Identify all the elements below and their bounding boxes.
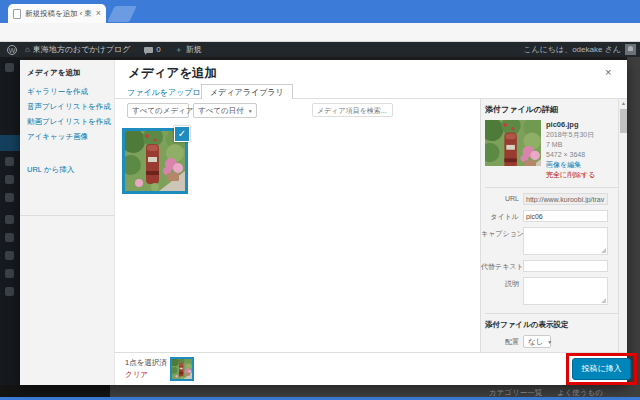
alt-text-field-label: 代替テキスト	[481, 260, 523, 272]
divider	[485, 187, 618, 188]
admin-bar-account[interactable]: こんにちは、odekake さん	[523, 44, 640, 55]
page-favicon-icon	[13, 9, 21, 19]
browser-tab[interactable]: 新規投稿を追加 ‹ 東海地方 ×	[8, 4, 106, 23]
browser-toolbar: ← → ↻ ⓘ www.kuroobi.jp/travel/wp-admin/p…	[0, 23, 640, 42]
modal-overlay	[0, 385, 110, 397]
delete-permanently-link[interactable]: 完全に削除する	[546, 170, 624, 180]
site-name: 東海地方のおでかけブログ	[33, 44, 131, 55]
chevron-down-icon: ▼	[547, 339, 552, 345]
dimmed-page-content: カテゴリー一覧 よく使うもの	[110, 385, 640, 397]
add-media-modal: メディアを追加 ギャラリーを作成 音声プレイリストを作成 動画プレイリストを作成…	[20, 60, 627, 385]
new-tab-button[interactable]	[107, 6, 136, 22]
divider	[485, 313, 618, 314]
alt-text-field[interactable]	[523, 260, 608, 272]
media-type-filter[interactable]: すべてのメディア ▼	[127, 103, 189, 118]
title-field-label: タイトル	[481, 210, 523, 222]
menu-item-insert-from-url[interactable]: URL から挿入	[27, 165, 74, 175]
align-select[interactable]: なし ▼	[523, 335, 551, 348]
date-filter[interactable]: すべての日付 ▼	[193, 103, 257, 118]
avatar	[625, 44, 636, 55]
wp-admin-bar: W ⌂ 東海地方のおでかけブログ 0 ＋ 新規 こんにちは、odekake さん	[0, 42, 640, 57]
scrollbar-thumb[interactable]	[620, 109, 627, 133]
annotation-highlight-box	[566, 353, 637, 385]
details-filesize: 7 MB	[546, 140, 624, 150]
browser-tab-strip: 新規投稿を追加 ‹ 東海地方 ×	[0, 0, 640, 23]
caption-field-label: キャプション	[481, 227, 523, 255]
modal-close-icon[interactable]: ×	[605, 66, 611, 78]
scroll-up-icon[interactable]: ▲	[620, 100, 627, 106]
home-icon: ⌂	[25, 45, 30, 54]
display-settings-heading: 添付ファイルの表示設定	[485, 320, 568, 330]
tab-close-icon[interactable]: ×	[96, 9, 101, 18]
description-field[interactable]	[523, 277, 608, 305]
details-heading: 添付ファイルの詳細	[485, 104, 558, 115]
media-router: ファイルをアップロード メディアライブラリ	[115, 84, 627, 99]
wordpress-logo-icon[interactable]: W	[7, 45, 17, 55]
description-field-label: 説明	[481, 277, 523, 305]
comments-icon	[144, 47, 153, 53]
align-label: 配置	[481, 335, 523, 348]
greeting-text: こんにちは、odekake さん	[523, 44, 621, 55]
selected-preview-thumbnail[interactable]	[170, 357, 194, 381]
details-date: 2018年5月30日	[546, 130, 624, 140]
clear-selection-link[interactable]: クリア	[125, 370, 148, 380]
menu-item-featured-image[interactable]: アイキャッチ画像	[27, 132, 88, 142]
plus-icon: ＋	[175, 44, 183, 55]
tab-media-library[interactable]: メディアライブラリ	[201, 84, 293, 99]
modal-title: メディアを追加	[128, 65, 217, 82]
title-field[interactable]	[523, 210, 608, 222]
admin-bar-comments[interactable]: 0	[144, 45, 160, 54]
attachment-tile-selected[interactable]: ✓	[122, 128, 188, 194]
modal-overlay	[627, 57, 640, 397]
dimmed-active-menu-item	[0, 135, 20, 151]
attachment-details-sidebar: 添付ファイルの詳細 pic06.jpg 2018年5月30日 7 MB 5472…	[480, 99, 627, 385]
tab-title: 新規投稿を追加 ‹ 東海地方	[25, 9, 92, 19]
menu-item-add-media[interactable]: メディアを追加	[27, 68, 80, 78]
menu-item-create-gallery[interactable]: ギャラリーを作成	[27, 87, 88, 97]
new-label: 新規	[186, 44, 202, 55]
menu-item-video-playlist[interactable]: 動画プレイリストを作成	[27, 117, 111, 127]
url-field[interactable]	[523, 193, 608, 205]
dimmed-admin-menu-edge	[0, 57, 20, 397]
admin-bar-site-link[interactable]: ⌂ 東海地方のおでかけブログ	[25, 44, 130, 55]
edit-image-link[interactable]: 画像を編集	[546, 160, 624, 170]
details-filename: pic06.jpg	[546, 120, 624, 130]
media-search-input[interactable]	[312, 103, 393, 117]
sidebar-scrollbar[interactable]: ▲ ▼	[618, 99, 627, 385]
menu-separator	[20, 215, 115, 216]
url-field-label: URL	[481, 193, 523, 205]
media-modal-menu: メディアを追加 ギャラリーを作成 音声プレイリストを作成 動画プレイリストを作成…	[20, 60, 115, 385]
menu-item-audio-playlist[interactable]: 音声プレイリストを作成	[27, 102, 111, 112]
selection-count: 1点を選択済	[125, 358, 167, 368]
chevron-down-icon: ▼	[248, 108, 253, 114]
details-thumbnail	[485, 120, 541, 166]
check-icon[interactable]: ✓	[174, 126, 190, 142]
comment-count: 0	[156, 45, 160, 54]
details-dimensions: 5472 × 3648	[546, 150, 624, 160]
caption-field[interactable]	[523, 227, 608, 255]
modal-footer-toolbar: 1点を選択済 クリア 投稿に挿入	[115, 352, 627, 385]
admin-bar-new[interactable]: ＋ 新規	[175, 44, 202, 55]
